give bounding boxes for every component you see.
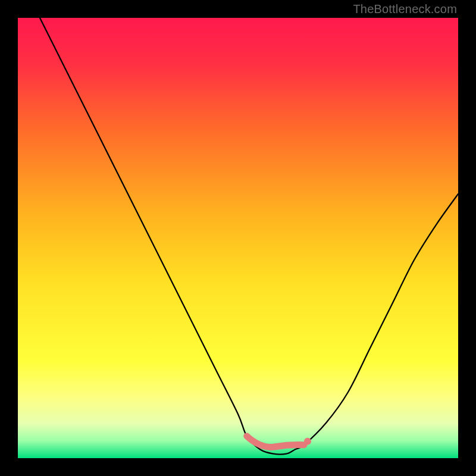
plot-area: [18, 18, 458, 458]
curve-layer: [18, 18, 458, 458]
valley-marker-dot: [304, 438, 311, 445]
chart-frame: TheBottleneck.com: [0, 0, 476, 476]
bottleneck-curve: [40, 18, 458, 455]
valley-marker-band: [247, 436, 304, 447]
watermark-text: TheBottleneck.com: [353, 2, 457, 16]
